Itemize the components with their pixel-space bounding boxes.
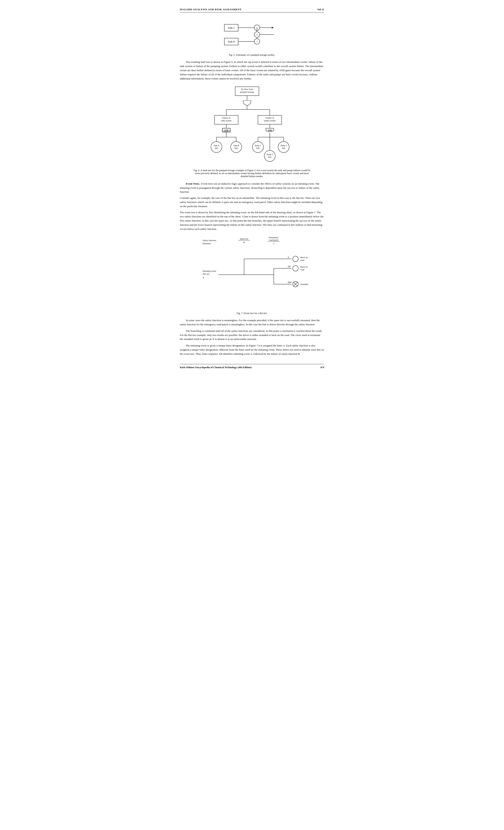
svg-text:A: A [202, 276, 204, 279]
svg-text:Tank B: Tank B [228, 40, 235, 43]
svg-text:Failure of: Failure of [222, 117, 230, 119]
svg-text:Pump 2: Pump 2 [267, 153, 273, 156]
event-trees-para1: Event Trees. Event trees use an inductiv… [180, 182, 324, 194]
svg-text:Emergency: Emergency [269, 236, 279, 238]
svg-text:Tank A: Tank A [228, 27, 235, 29]
fig6-container: No flow from pumped storage OR Failure o… [180, 85, 324, 168]
footer-left: Kirk-Othmer Encyclopedia of Chemical Tec… [180, 366, 252, 369]
svg-text:No flow from: No flow from [241, 88, 253, 90]
svg-text:fails: fails [256, 147, 259, 149]
svg-text:pump system: pump system [264, 119, 276, 122]
svg-text:Pump 3: Pump 3 [281, 145, 287, 147]
paragraph1: The resulting fault tree is shown in Fig… [180, 60, 324, 81]
svg-text:Back on: Back on [301, 256, 308, 258]
event-trees-para3: The event tree is drawn by first identif… [180, 211, 324, 231]
svg-text:Back on: Back on [301, 265, 308, 268]
svg-text:Pump 1: Pump 1 [255, 145, 261, 147]
fig7-caption: Fig. 7. Event tree for a flat tire. [180, 312, 324, 315]
page-header: HAZARD ANALYSIS AND RISK ASSESSMENT Vol … [180, 8, 324, 12]
svg-point-81 [293, 256, 298, 262]
svg-text:ABC: ABC [288, 281, 292, 283]
svg-text:B: B [243, 241, 245, 244]
svg-text:3: 3 [256, 40, 257, 43]
fig5-container: Tank A Tank B 1 2 3 [180, 19, 324, 52]
svg-text:road patrol: road patrol [269, 239, 279, 241]
svg-text:Tank B: Tank B [233, 145, 239, 147]
svg-text:Stranded: Stranded [301, 283, 308, 285]
svg-text:Initiating event:: Initiating event: [202, 270, 216, 272]
svg-text:A: A [288, 256, 289, 258]
fig5-svg: Tank A Tank B 1 2 3 [220, 19, 284, 52]
header-vol: Vol 12 [317, 8, 324, 11]
fig7-container: Safety function: Identifier: Spare tire … [180, 235, 324, 310]
svg-text:AB: AB [288, 265, 290, 267]
para-after-fig7-2: The branching is continued until all of … [180, 329, 324, 342]
svg-text:pumped storage: pumped storage [240, 91, 254, 93]
svg-text:AND: AND [267, 129, 272, 131]
svg-text:road: road [301, 268, 304, 271]
svg-text:C: C [273, 242, 274, 245]
svg-text:Identifier:: Identifier: [202, 242, 211, 245]
svg-text:tank system: tank system [221, 119, 232, 122]
svg-text:AND: AND [224, 129, 228, 131]
page-footer: Kirk-Othmer Encyclopedia of Chemical Tec… [180, 364, 324, 369]
header-title: HAZARD ANALYSIS AND RISK ASSESSMENT [180, 8, 242, 11]
svg-text:fails: fails [215, 147, 218, 149]
para-after-fig7-1: In some cases the safety function is mea… [180, 318, 324, 327]
fig6-svg: No flow from pumped storage OR Failure o… [197, 85, 307, 168]
footer-right: 474 [320, 366, 324, 369]
svg-point-88 [293, 265, 298, 271]
svg-text:Tank A: Tank A [214, 145, 219, 147]
svg-text:Spare tire: Spare tire [240, 237, 248, 240]
svg-text:road: road [301, 259, 304, 261]
svg-text:Failure of: Failure of [265, 117, 274, 119]
svg-text:2: 2 [256, 33, 257, 36]
para-after-fig7-3: The initiating event is given a unique l… [180, 344, 324, 356]
svg-marker-15 [272, 27, 274, 28]
svg-text:fails: fails [268, 156, 271, 158]
fig5-caption: Fig. 5. Schematic of a pumped storage fa… [180, 54, 324, 57]
event-trees-para2: Consider again, for example, the case of… [180, 196, 324, 209]
fig7-svg: Safety function: Identifier: Spare tire … [191, 235, 313, 310]
event-trees-heading: Event Trees. [186, 182, 200, 185]
svg-text:fails: fails [282, 147, 285, 149]
event-trees-text1: Event trees use an inductive logic appro… [180, 182, 319, 193]
svg-text:Flat tire: Flat tire [202, 273, 210, 275]
svg-text:Safety function:: Safety function: [202, 239, 217, 242]
svg-text:fails: fails [234, 147, 238, 149]
fig6-caption: Fig. 6. A fault tree for the pumped stor… [193, 169, 311, 178]
